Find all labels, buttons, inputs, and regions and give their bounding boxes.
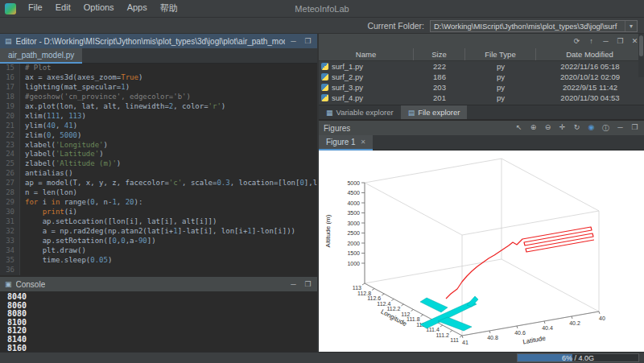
code-line[interactable]: 21ylim(40, 41) <box>0 122 317 131</box>
line-number: 33 <box>0 237 20 246</box>
float-icon[interactable]: ❐ <box>303 280 312 288</box>
menu-apps[interactable]: Apps <box>121 0 154 17</box>
scrollbar-thumb[interactable] <box>639 35 643 56</box>
zoom-in-icon[interactable]: ⊕ <box>529 123 538 134</box>
code-text: xlim(111, 113) <box>20 112 86 122</box>
file-size: 203 <box>414 83 465 92</box>
code-line[interactable]: 20xlim(111, 113) <box>0 112 317 122</box>
tab-file-explorer[interactable]: ▤File explorer <box>401 105 468 119</box>
file-size: 201 <box>414 93 465 102</box>
code-line[interactable]: 17lighting(mat_specular=1) <box>0 83 317 93</box>
code-text: # Plot <box>20 64 52 73</box>
y-tick-label: 40.6 <box>514 330 526 336</box>
figures-title: Figures <box>324 124 350 133</box>
float-icon[interactable]: ❐ <box>630 123 639 134</box>
code-line[interactable]: 23xlabel('Longitude') <box>0 141 317 151</box>
code-line[interactable]: 33 ap.setRotation([0,0,a-90]) <box>0 237 317 246</box>
memory-indicator[interactable]: 6% / 4.0G <box>517 353 639 362</box>
file-row[interactable]: surf_2.py186py2020/10/12 02:09 <box>319 72 644 82</box>
console-title: Console <box>16 280 46 289</box>
file-name: surf_4.py <box>332 93 363 102</box>
column-header-date-modified[interactable]: Date Modified <box>536 48 644 60</box>
code-line[interactable]: 27ap = model(T, x, y, z, facecolor='c', … <box>0 179 317 188</box>
float-icon[interactable]: ❐ <box>303 37 312 45</box>
file-name-cell: surf_2.py <box>319 72 414 81</box>
code-line[interactable]: 19ax.plot(lon, lat, alt, linewidth=2, co… <box>0 102 317 112</box>
close-icon[interactable]: ✕ <box>361 138 366 146</box>
code-line[interactable]: 18#geoshow('cn_province', edgecolor='b') <box>0 93 317 102</box>
chevron-down-icon[interactable]: ▾ <box>625 21 637 31</box>
info-icon[interactable]: ⓘ <box>601 123 610 134</box>
folder-up-icon[interactable]: ↑ <box>587 37 596 45</box>
globe-icon[interactable]: ◉ <box>587 123 596 134</box>
code-line[interactable]: 28n = len(lon) <box>0 188 317 198</box>
code-line[interactable]: 31 ap.setLocation([lon[i], lat[i], alt[i… <box>0 217 317 227</box>
menu-options[interactable]: Options <box>77 0 121 17</box>
menu-edit[interactable]: Edit <box>49 0 77 17</box>
column-header-size[interactable]: Size <box>414 48 465 60</box>
file-row[interactable]: surf_4.py201py2020/11/30 04:53 <box>319 93 644 103</box>
current-folder-combobox[interactable]: D:\Working\MIScript\Jython\mis\plot_type… <box>430 20 638 32</box>
console-line: 8120 <box>7 327 317 336</box>
menu-help[interactable]: 帮助 <box>154 0 184 17</box>
file-row[interactable]: surf_3.py203py2022/9/15 11:42 <box>319 82 644 93</box>
code-line[interactable]: 26antialias() <box>0 169 317 179</box>
code-text: n = len(lon) <box>20 188 77 198</box>
zoom-out-icon[interactable]: ⊖ <box>543 123 552 134</box>
editor-tab-label: air_path_model.py <box>8 51 74 60</box>
tick-mark <box>391 299 394 301</box>
line-number: 20 <box>0 112 20 122</box>
code-text: ap.setLocation([lon[i], lat[i], alt[i]]) <box>20 217 217 227</box>
code-editor[interactable]: 15# Plot16ax = axes3d(axes_zoom=True)17l… <box>0 64 317 275</box>
tab-label: File explorer <box>418 108 460 117</box>
code-line[interactable]: 22zlim(0, 5000) <box>0 131 317 141</box>
figures-toolbar: ↖⊕⊖✛↻◉ⓘ─❐ <box>514 123 639 134</box>
minimize-icon[interactable]: ─ <box>289 37 298 45</box>
file-table-rows: surf_1.py222py2022/11/16 05:18surf_2.py1… <box>319 61 644 105</box>
console-line: 8140 <box>7 336 317 344</box>
menu-file[interactable]: File <box>22 0 49 17</box>
line-number: 24 <box>0 150 20 159</box>
pan-icon[interactable]: ✛ <box>558 123 567 134</box>
console-output[interactable]: 8040806080808100812081408160 <box>0 291 317 352</box>
refresh-icon[interactable]: ⟳ <box>572 37 581 45</box>
code-line[interactable]: 32 a = np.rad2deg(np.atan2(lat[i+1]-lat[… <box>0 227 317 237</box>
grid-line <box>502 159 599 211</box>
minimize-icon[interactable]: ─ <box>289 280 298 288</box>
tab-variable-explorer[interactable]: ▦Variable explorer <box>319 105 401 119</box>
line-number: 15 <box>0 64 20 73</box>
file-date-modified: 2022/11/16 05:18 <box>536 62 644 71</box>
pointer-icon[interactable]: ↖ <box>514 123 523 134</box>
code-line[interactable]: 25zlabel('Altitude (m)') <box>0 159 317 169</box>
document-icon: ▤ <box>5 37 12 45</box>
code-line[interactable]: 15# Plot <box>0 64 317 73</box>
file-row[interactable]: surf_1.py222py2022/11/16 05:18 <box>319 61 644 72</box>
code-text <box>20 266 25 275</box>
line-number: 23 <box>0 141 20 151</box>
minimize-icon[interactable]: ─ <box>616 123 625 134</box>
code-line[interactable]: 29for i in range(0, n-1, 20): <box>0 198 317 208</box>
figure-canvas[interactable]: 5000450040003500300025002000150010001131… <box>319 151 644 352</box>
column-header-file-type[interactable]: File Type <box>465 48 536 60</box>
minimize-icon[interactable]: ─ <box>601 37 610 45</box>
editor-tab-air-path-model[interactable]: air_path_model.py <box>0 48 82 64</box>
column-header-name[interactable]: Name <box>319 48 414 60</box>
file-name: surf_3.py <box>332 83 363 92</box>
float-icon[interactable]: ❐ <box>616 37 625 45</box>
menu-items: FileEditOptionsApps帮助 <box>22 0 184 17</box>
tick-mark <box>421 315 423 316</box>
file-table-scrollbar[interactable] <box>638 34 644 77</box>
code-line[interactable]: 36 <box>0 266 317 275</box>
code-line[interactable]: 34 plt.draw() <box>0 246 317 256</box>
tick-mark <box>544 321 545 324</box>
code-line[interactable]: 35 time.sleep(0.05) <box>0 256 317 266</box>
editor-title-icons: ─❐ <box>289 37 312 45</box>
code-line[interactable]: 24ylabel('Latitude') <box>0 150 317 159</box>
tab-figure-1[interactable]: Figure 1 ✕ <box>319 135 373 151</box>
right-panel: ⟳↑─❐✕ NameSizeFile TypeDate Modified sur… <box>319 34 644 352</box>
code-line[interactable]: 16ax = axes3d(axes_zoom=True) <box>0 73 317 83</box>
code-line[interactable]: 30 print(i) <box>0 208 317 217</box>
file-date-modified: 2022/9/15 11:42 <box>536 83 644 92</box>
editor-title-bar: ▤ Editor - D:\Working\MIScript\Jython\mi… <box>0 34 317 48</box>
rotate-icon[interactable]: ↻ <box>572 123 581 134</box>
